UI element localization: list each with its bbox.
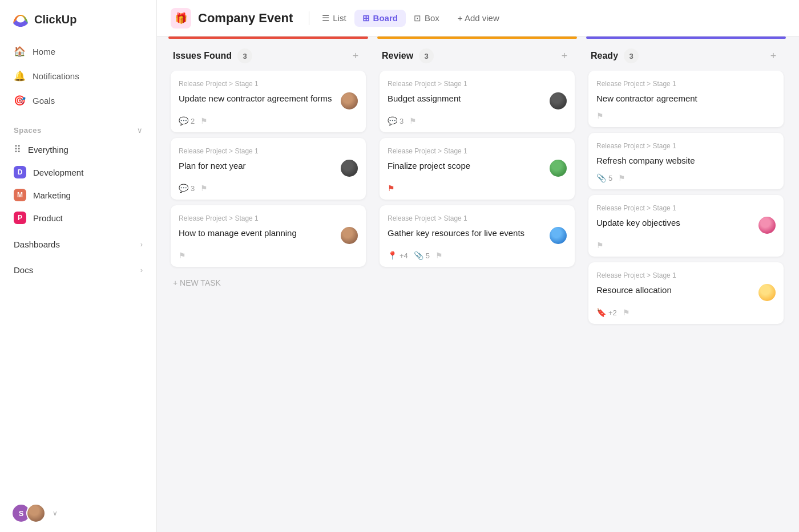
column-header-issues-found: Issues Found 3 + [168,39,368,71]
card-title-c9: Update key objectives [596,217,754,229]
card-title-c10: Resource allocation [596,284,754,296]
column-header-review: Review 3 + [377,39,577,71]
card-avatar-c1 [341,92,358,109]
tab-box[interactable]: ⊡ Box [406,10,447,27]
column-title-ready: Ready [591,51,618,61]
card-c7[interactable]: Release Project > Stage 1 New contractor… [588,71,784,127]
card-c5[interactable]: Release Project > Stage 1 Finalize proje… [380,138,575,200]
card-footer-c7: ⚑ [596,111,776,120]
development-dot: D [14,166,26,178]
column-title-area-ready: Ready 3 [591,48,639,63]
user-avatars: S [11,503,46,523]
card-header-c9: Update key objectives [596,217,776,234]
sidebar-item-dashboards[interactable]: Dashboards › [0,234,156,255]
topbar-divider [309,11,309,25]
add-view-label: + Add view [458,13,499,23]
card-meta-c10: Release Project > Stage 1 [596,271,776,279]
sidebar-item-home[interactable]: 🏠 Home [7,40,150,63]
tab-list[interactable]: ☰ List [314,10,354,27]
column-cards-review: Release Project > Stage 1 Budget assignm… [377,71,577,271]
spaces-chevron-icon[interactable]: ∨ [137,126,143,135]
column-title-area-review: Review 3 [382,48,434,63]
card-avatar-c10 [758,284,776,301]
sidebar-item-marketing[interactable]: M Marketing [0,184,156,206]
card-comment-count-c4: 3 [400,117,403,125]
home-icon: 🏠 [14,46,26,58]
card-header-c3: How to manage event planning [179,227,358,244]
card-c10[interactable]: Release Project > Stage 1 Resource alloc… [588,262,784,324]
new-task-button-issues-found[interactable]: + NEW TASK [168,274,368,292]
sidebar: ClickUp 🏠 Home 🔔 Notifications 🎯 Goals S… [0,0,157,532]
sidebar-footer: S ∨ [0,494,156,532]
card-title-c6: Gather key resources for live events [388,227,545,239]
card-footer-c8: 📎5 ⚑ [596,173,776,182]
card-footer-c6: 📍+4 📎5 ⚑ [388,251,567,260]
sidebar-item-notifications[interactable]: 🔔 Notifications [7,64,150,88]
topbar: 🎁 Company Event ☰ List ⊞ Board ⊡ Box + A… [157,0,799,36]
column-count-ready: 3 [624,48,639,63]
card-meta-c2: Release Project > Stage 1 [179,147,358,155]
column-title-review: Review [382,51,413,61]
list-tab-label: List [333,13,346,23]
card-meta-c3: Release Project > Stage 1 [179,214,358,222]
card-footer-c3: ⚑ [179,251,358,260]
add-view-button[interactable]: + Add view [450,10,507,26]
card-c2[interactable]: Release Project > Stage 1 Plan for next … [171,138,366,200]
tab-board[interactable]: ⊞ Board [354,10,406,27]
tag-icon-c10: 🔖 [596,308,606,317]
card-stat-comments-c4: 💬 3 [388,116,403,125]
goals-icon: 🎯 [14,95,26,107]
flag-icon-c4: ⚑ [409,116,417,125]
marketing-dot: M [14,189,26,201]
card-title-c8: Refresh company website [596,155,776,166]
sidebar-item-development[interactable]: D Development [0,161,156,184]
project-title: Company Event [198,11,293,26]
card-footer-c5: ⚑ [388,184,567,193]
sidebar-item-goals[interactable]: 🎯 Goals [7,89,150,112]
spaces-label: Spaces [14,126,42,135]
card-avatar-c6 [550,227,567,244]
card-stat-attach-c8: 📎5 [596,173,612,182]
card-avatar-c9 [758,217,776,234]
flag-icon-c6: ⚑ [435,251,443,260]
main-content: 🎁 Company Event ☰ List ⊞ Board ⊡ Box + A… [157,0,799,532]
card-meta-c6: Release Project > Stage 1 [388,214,567,222]
column-review: Review 3 + Release Project > Stage 1 Bud… [377,36,577,271]
column-add-issues-found[interactable]: + [348,48,364,64]
project-icon-wrap: 🎁 [171,8,191,29]
sidebar-item-product-label: Product [33,213,63,223]
card-c1[interactable]: Release Project > Stage 1 Update new con… [171,71,366,132]
card-header-c10: Resource allocation [596,284,776,301]
sidebar-item-product[interactable]: P Product [0,206,156,229]
spaces-section-header: Spaces ∨ [0,119,156,138]
attach-icon-c8: 📎 [596,173,606,182]
column-count-issues-found: 3 [237,48,252,63]
footer-chevron-icon[interactable]: ∨ [53,509,58,517]
card-avatar-c4 [550,92,567,109]
flag-icon-c8: ⚑ [618,173,626,182]
flag-icon-c2: ⚑ [200,184,208,193]
column-add-review[interactable]: + [556,48,572,64]
card-c9[interactable]: Release Project > Stage 1 Update key obj… [588,195,784,257]
sidebar-item-everything[interactable]: ⠿ Everything [0,138,156,161]
card-title-c1: Update new contractor agreement forms [179,92,336,104]
logo-area: ClickUp [0,0,156,38]
card-c6[interactable]: Release Project > Stage 1 Gather key res… [380,205,575,267]
comment-icon-c4: 💬 [388,116,397,125]
card-tag-count-c10: +2 [608,308,617,317]
bell-icon: 🔔 [14,70,26,82]
card-avatar-c5 [550,160,567,177]
dashboards-label: Dashboards [14,239,60,249]
everything-icon: ⠿ [14,143,21,156]
sidebar-item-docs[interactable]: Docs › [0,259,156,281]
card-c4[interactable]: Release Project > Stage 1 Budget assignm… [380,71,575,132]
card-c3[interactable]: Release Project > Stage 1 How to manage … [171,205,366,267]
list-tab-icon: ☰ [322,13,329,23]
card-stat-tags-c10: 🔖+2 [596,308,617,317]
card-c8[interactable]: Release Project > Stage 1 Refresh compan… [588,133,784,189]
column-title-issues-found: Issues Found [173,51,232,61]
board-tab-icon: ⊞ [362,13,370,23]
column-add-ready[interactable]: + [765,48,781,64]
card-meta-c5: Release Project > Stage 1 [388,147,567,155]
sidebar-item-development-label: Development [33,168,83,177]
